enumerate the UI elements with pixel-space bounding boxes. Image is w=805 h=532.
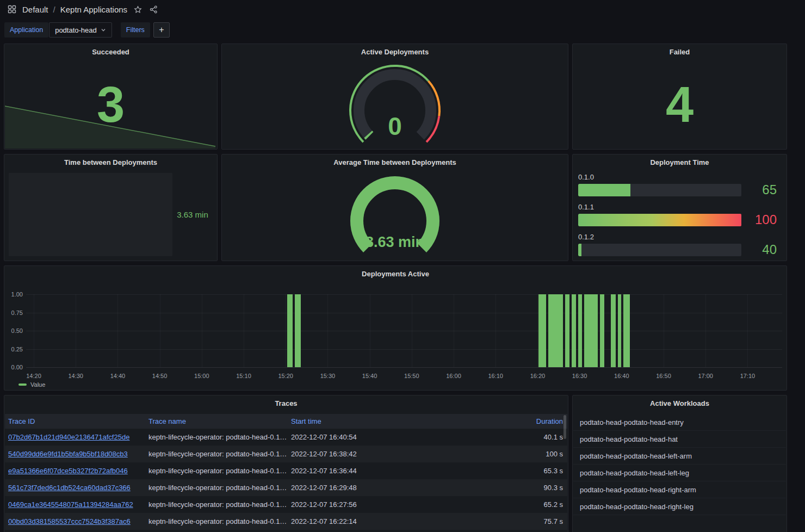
y-tick-label: 0.00 (5, 364, 23, 370)
panel-title[interactable]: Active Workloads (573, 395, 787, 411)
bar-line: 65 (578, 183, 781, 196)
panel-title[interactable]: Average Time between Deployments (222, 154, 568, 170)
trace-id-link[interactable]: 540d99dd6e9fd1b5bfa9b5bf18d08cb3 (8, 450, 128, 458)
bar-fill (578, 214, 741, 226)
gridline (26, 294, 782, 295)
panel-time-between-deployments: Time between Deployments 3.63 min (4, 154, 218, 261)
panel-title[interactable]: Traces (4, 395, 568, 411)
y-tick-label: 0.25 (5, 346, 23, 352)
trace-name-cell: keptn-lifecycle-operator: podtato-head-0… (145, 450, 288, 458)
panel-failed: Failed 4 (572, 44, 787, 150)
add-filter-button[interactable]: + (153, 22, 170, 38)
table-scrollbar[interactable] (564, 415, 566, 439)
timeline-bar (548, 294, 563, 367)
share-icon[interactable] (148, 4, 159, 15)
bar-line: 40 (578, 243, 781, 256)
legend-item-value[interactable]: Value (18, 381, 45, 388)
column-header-duration[interactable]: Duration (427, 417, 567, 425)
breadcrumb-root[interactable]: Default (22, 5, 48, 14)
deployment-time-bar-0.1.1: 0.1.1100 (578, 203, 781, 226)
x-tick-label: 15:50 (404, 373, 419, 379)
gridline (202, 294, 202, 367)
gridline (26, 313, 782, 313)
succeeded-value: 3 (4, 59, 217, 149)
deployment-time-bar-0.1.0: 0.1.065 (578, 173, 781, 196)
traces-table-body: 07b2d67b1d21d940e2136471afcf25dekeptn-li… (5, 429, 567, 530)
panel-traces: Traces Trace ID Trace name Start time Du… (4, 395, 568, 532)
bar-value: 100 (741, 213, 781, 226)
x-tick-label: 14:20 (26, 373, 41, 379)
gridline (664, 294, 664, 367)
trace-duration-cell: 90.3 s (427, 484, 567, 492)
trace-id-link[interactable]: 00bd03d381585537ccc7524b3f387ac6 (8, 517, 131, 525)
variable-group: Application podtato-head (4, 22, 112, 38)
bar-fill (578, 184, 630, 196)
bar-track (578, 184, 741, 196)
trace-row: e9a51366e6f07dce5b327f2b72afb046keptn-li… (5, 462, 567, 479)
gridline (454, 294, 454, 367)
variable-value-dropdown[interactable]: podtato-head (49, 22, 112, 38)
timeline-bar (565, 294, 569, 367)
y-tick-label: 1.00 (5, 291, 23, 298)
variable-label-application[interactable]: Application (4, 22, 48, 38)
timeline-bar (618, 294, 621, 367)
trace-name-cell: keptn-lifecycle-operator: podtato-head-0… (145, 484, 288, 492)
bar-line: 100 (578, 213, 781, 226)
avg-time-value: 3.63 min (332, 235, 457, 250)
trace-id-link[interactable]: 0469ca1e3645548075a11394284aa762 (8, 500, 133, 509)
avg-time-gauge: 3.63 min (332, 172, 457, 258)
filters-button[interactable]: Filters (121, 22, 150, 38)
panel-title[interactable]: Succeeded (4, 44, 217, 59)
column-header-trace-name[interactable]: Trace name (145, 417, 288, 425)
trace-id-link[interactable]: e9a51366e6f07dce5b327f2b72afb046 (8, 467, 128, 475)
panel-deployments-active: Deployments Active Value 1.000.750.500.2… (4, 265, 787, 391)
panel-title[interactable]: Deployment Time (573, 154, 787, 170)
panel-title[interactable]: Deployments Active (4, 266, 787, 281)
trace-duration-cell: 65.3 s (427, 467, 567, 475)
timeline-bar (295, 294, 301, 367)
trace-start-cell: 2022-12-07 16:38:42 (288, 450, 427, 458)
chevron-down-icon (101, 27, 106, 33)
active-deployments-gauge: 0 (335, 63, 455, 146)
x-tick-label: 14:50 (152, 373, 168, 379)
trace-row: 540d99dd6e9fd1b5bfa9b5bf18d08cb3keptn-li… (5, 446, 567, 462)
panel-title[interactable]: Failed (573, 44, 787, 59)
x-tick-label: 16:30 (572, 373, 587, 379)
traces-table: Trace ID Trace name Start time Duration … (5, 414, 567, 532)
trace-id-link[interactable]: 07b2d67b1d21d940e2136471afcf25de (8, 433, 129, 441)
y-tick-label: 0.75 (5, 310, 23, 316)
y-tick-label: 0.50 (5, 327, 23, 334)
gridline (622, 294, 622, 367)
gridline (244, 294, 244, 367)
trace-duration-cell: 40.1 s (427, 433, 567, 441)
gridline (747, 294, 748, 367)
panel-title[interactable]: Active Deployments (222, 44, 568, 59)
panel-deployment-time: Deployment Time 0.1.0650.1.11000.1.240 (572, 154, 787, 261)
panel-avg-time-between-deployments: Average Time between Deployments 3.63 mi… (221, 154, 568, 261)
time-between-body: 3.63 min (9, 173, 213, 256)
workload-item: podtato-head-podtato-head-entry (573, 414, 786, 431)
failed-value: 4 (573, 59, 787, 149)
time-between-chart-area (9, 173, 172, 256)
panel-title[interactable]: Time between Deployments (4, 154, 217, 170)
trace-name-cell: keptn-lifecycle-operator: podtato-head-0… (145, 517, 288, 525)
dashboards-grid-icon[interactable] (7, 4, 17, 15)
trace-duration-cell: 100 s (427, 450, 567, 458)
breadcrumb-separator: / (53, 5, 55, 14)
x-tick-label: 16:50 (656, 373, 671, 379)
column-header-trace-id[interactable]: Trace ID (5, 417, 145, 425)
x-tick-label: 16:20 (530, 373, 546, 379)
traces-table-header: Trace ID Trace name Start time Duration (5, 414, 567, 429)
gridline (26, 367, 782, 368)
trace-row: 07b2d67b1d21d940e2136471afcf25dekeptn-li… (5, 429, 567, 446)
trace-start-cell: 2022-12-07 16:36:44 (288, 467, 427, 475)
timeline-bar (572, 294, 576, 367)
star-icon[interactable] (132, 4, 143, 15)
workload-item: podtato-head-podtato-head-hat (573, 431, 786, 448)
trace-id-link[interactable]: 561c73f7ded6c1db524ca60dad37c366 (8, 484, 131, 492)
trace-row: 0469ca1e3645548075a11394284aa762keptn-li… (5, 496, 567, 513)
x-tick-label: 16:00 (446, 373, 461, 379)
column-header-start-time[interactable]: Start time (288, 417, 427, 425)
trace-start-cell: 2022-12-07 16:29:48 (288, 484, 427, 492)
breadcrumb-current[interactable]: Keptn Applications (60, 5, 127, 14)
